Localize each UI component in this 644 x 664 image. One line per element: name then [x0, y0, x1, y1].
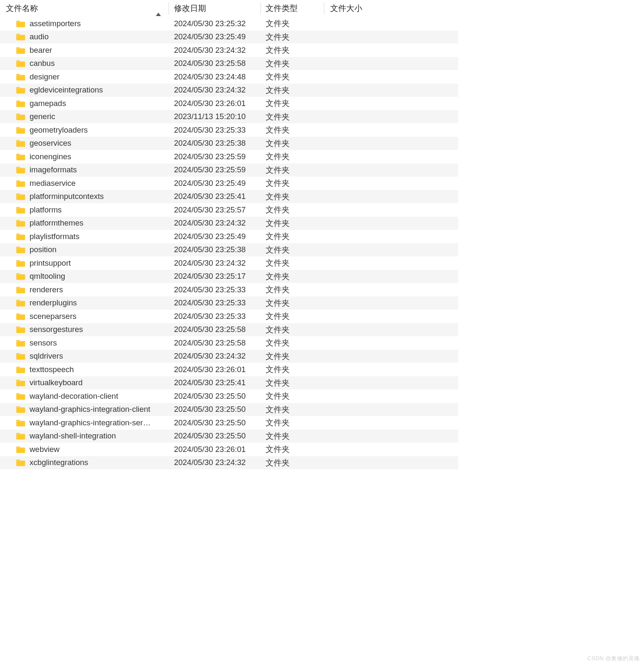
- cell-date: 2024/05/30 23:25:17: [169, 272, 261, 281]
- file-name: platforms: [30, 205, 62, 215]
- cell-type: 文件夹: [261, 245, 324, 255]
- cell-type: 文件夹: [261, 18, 324, 29]
- cell-name: geometryloaders: [16, 125, 169, 135]
- folder-icon: [16, 206, 25, 214]
- cell-name: texttospeech: [16, 365, 169, 374]
- cell-type: 文件夹: [261, 351, 324, 362]
- column-header-name[interactable]: 文件名称: [0, 3, 169, 14]
- folder-icon: [16, 326, 25, 333]
- table-row[interactable]: wayland-shell-integration 2024/05/30 23:…: [0, 430, 458, 443]
- file-name: renderplugins: [30, 298, 77, 308]
- column-header-date[interactable]: 修改日期: [169, 3, 261, 14]
- cell-date: 2024/05/30 23:24:32: [169, 218, 261, 228]
- table-row[interactable]: sensorgestures 2024/05/30 23:25:58 文件夹: [0, 323, 458, 337]
- cell-type: 文件夹: [261, 231, 324, 242]
- table-row[interactable]: wayland-graphics-integration-ser… 2024/0…: [0, 416, 458, 430]
- table-row[interactable]: bearer 2024/05/30 23:24:32 文件夹: [0, 44, 458, 57]
- file-name: assetimporters: [30, 19, 81, 28]
- table-row[interactable]: audio 2024/05/30 23:25:49 文件夹: [0, 30, 458, 44]
- table-row[interactable]: egldeviceintegrations 2024/05/30 23:24:3…: [0, 84, 458, 97]
- cell-name: wayland-decoration-client: [16, 392, 169, 401]
- table-row[interactable]: renderplugins 2024/05/30 23:25:33 文件夹: [0, 297, 458, 310]
- table-row[interactable]: playlistformats 2024/05/30 23:25:49 文件夹: [0, 230, 458, 243]
- table-row[interactable]: geoservices 2024/05/30 23:25:38 文件夹: [0, 137, 458, 150]
- folder-icon: [16, 339, 25, 347]
- cell-type: 文件夹: [261, 178, 324, 188]
- file-name: audio: [30, 32, 49, 41]
- table-row[interactable]: designer 2024/05/30 23:24:48 文件夹: [0, 70, 458, 84]
- cell-name: playlistformats: [16, 232, 169, 241]
- table-row[interactable]: sensors 2024/05/30 23:25:58 文件夹: [0, 336, 458, 350]
- table-row[interactable]: mediaservice 2024/05/30 23:25:49 文件夹: [0, 177, 458, 190]
- folder-icon: [16, 405, 25, 413]
- table-row[interactable]: generic 2023/11/13 15:20:10 文件夹: [0, 110, 458, 124]
- column-header-size[interactable]: 文件大小: [324, 3, 458, 14]
- table-row[interactable]: imageformats 2024/05/30 23:25:59 文件夹: [0, 163, 458, 177]
- table-row[interactable]: assetimporters 2024/05/30 23:25:32 文件夹: [0, 17, 458, 30]
- table-row[interactable]: xcbglintegrations 2024/05/30 23:24:32 文件…: [0, 456, 458, 470]
- cell-type: 文件夹: [261, 298, 324, 308]
- cell-name: egldeviceintegrations: [16, 85, 169, 95]
- table-row[interactable]: gamepads 2024/05/30 23:26:01 文件夹: [0, 97, 458, 110]
- cell-type: 文件夹: [261, 311, 324, 321]
- folder-icon: [16, 60, 25, 67]
- file-name: bearer: [30, 46, 52, 55]
- cell-name: position: [16, 245, 169, 254]
- table-row[interactable]: printsupport 2024/05/30 23:24:32 文件夹: [0, 256, 458, 270]
- cell-name: iconengines: [16, 152, 169, 161]
- table-row[interactable]: platforms 2024/05/30 23:25:57 文件夹: [0, 203, 458, 217]
- cell-name: sensorgestures: [16, 325, 169, 334]
- cell-type: 文件夹: [261, 165, 324, 175]
- cell-name: printsupport: [16, 259, 169, 268]
- column-label-type: 文件类型: [266, 3, 298, 14]
- file-name: wayland-graphics-integration-ser…: [30, 418, 151, 427]
- cell-date: 2024/05/30 23:25:58: [169, 59, 261, 68]
- table-row[interactable]: wayland-graphics-integration-client 2024…: [0, 403, 458, 416]
- file-name: sensors: [30, 338, 57, 348]
- cell-name: platforms: [16, 205, 169, 215]
- cell-date: 2024/05/30 23:25:57: [169, 205, 261, 215]
- cell-type: 文件夹: [261, 364, 324, 375]
- table-row[interactable]: texttospeech 2024/05/30 23:26:01 文件夹: [0, 363, 458, 376]
- column-label-size: 文件大小: [330, 3, 362, 14]
- table-row[interactable]: platformthemes 2024/05/30 23:24:32 文件夹: [0, 217, 458, 230]
- folder-icon: [16, 180, 25, 187]
- folder-icon: [16, 46, 25, 54]
- folder-icon: [16, 233, 25, 240]
- cell-name: virtualkeyboard: [16, 378, 169, 387]
- column-header-type[interactable]: 文件类型: [261, 3, 324, 14]
- cell-type: 文件夹: [261, 58, 324, 69]
- table-row[interactable]: sceneparsers 2024/05/30 23:25:33 文件夹: [0, 310, 458, 323]
- table-row[interactable]: webview 2024/05/30 23:26:01 文件夹: [0, 443, 458, 456]
- table-row[interactable]: qmltooling 2024/05/30 23:25:17 文件夹: [0, 270, 458, 283]
- table-row[interactable]: iconengines 2024/05/30 23:25:59 文件夹: [0, 150, 458, 163]
- folder-icon: [16, 100, 25, 107]
- cell-type: 文件夹: [261, 98, 324, 109]
- table-row[interactable]: geometryloaders 2024/05/30 23:25:33 文件夹: [0, 123, 458, 137]
- folder-icon: [16, 419, 25, 427]
- cell-type: 文件夹: [261, 191, 324, 202]
- table-row[interactable]: position 2024/05/30 23:25:38 文件夹: [0, 243, 458, 257]
- folder-icon: [16, 219, 25, 227]
- file-name: imageformats: [30, 165, 77, 174]
- cell-type: 文件夹: [261, 444, 324, 454]
- table-row[interactable]: canbus 2024/05/30 23:25:58 文件夹: [0, 57, 458, 71]
- table-row[interactable]: wayland-decoration-client 2024/05/30 23:…: [0, 389, 458, 403]
- table-row[interactable]: virtualkeyboard 2024/05/30 23:25:41 文件夹: [0, 376, 458, 390]
- cell-date: 2024/05/30 23:26:01: [169, 99, 261, 108]
- table-row[interactable]: renderers 2024/05/30 23:25:33 文件夹: [0, 283, 458, 297]
- cell-name: generic: [16, 112, 169, 121]
- cell-date: 2024/05/30 23:25:50: [169, 418, 261, 427]
- cell-date: 2024/05/30 23:24:32: [169, 85, 261, 95]
- cell-date: 2024/05/30 23:24:48: [169, 72, 261, 82]
- cell-date: 2024/05/30 23:25:58: [169, 325, 261, 334]
- cell-date: 2024/05/30 23:25:33: [169, 298, 261, 308]
- cell-type: 文件夹: [261, 204, 324, 215]
- file-name: sqldrivers: [30, 351, 63, 361]
- cell-name: imageformats: [16, 165, 169, 174]
- cell-name: designer: [16, 72, 169, 82]
- table-row[interactable]: sqldrivers 2024/05/30 23:24:32 文件夹: [0, 350, 458, 363]
- file-name: wayland-shell-integration: [30, 431, 116, 441]
- cell-date: 2024/05/30 23:25:33: [169, 285, 261, 294]
- table-row[interactable]: platforminputcontexts 2024/05/30 23:25:4…: [0, 190, 458, 204]
